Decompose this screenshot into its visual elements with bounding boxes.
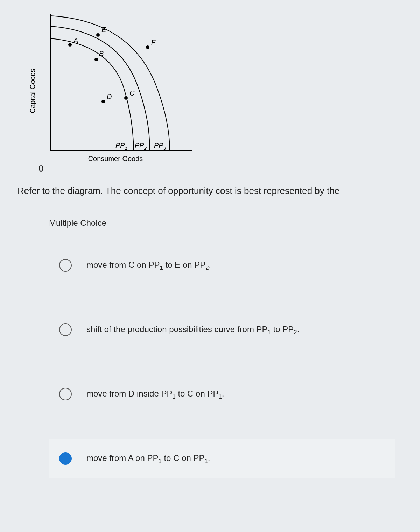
option-1[interactable]: move from C on PP1 to E on PP2. — [49, 245, 396, 285]
option-text: move from D inside PP1 to C on PP1. — [86, 388, 224, 401]
option-text: move from C on PP1 to E on PP2. — [86, 259, 211, 272]
question-text: Refer to the diagram. The concept of opp… — [18, 184, 410, 197]
label-pp2: PP2 — [135, 141, 147, 151]
svg-point-3 — [94, 58, 98, 61]
radio-icon — [59, 388, 72, 400]
option-2[interactable]: shift of the production possibilities cu… — [49, 310, 396, 350]
options-list: move from C on PP1 to E on PP2.shift of … — [49, 245, 396, 478]
label-pp3: PP3 — [154, 141, 166, 151]
x-axis-label: Consumer Goods — [88, 155, 143, 162]
svg-point-6 — [124, 96, 128, 100]
point-E: E — [102, 26, 106, 34]
svg-point-2 — [68, 43, 72, 47]
y-axis-label: Capital Goods — [29, 69, 36, 113]
option-text: move from A on PP1 to C on PP1. — [86, 453, 210, 465]
option-4[interactable]: move from A on PP1 to C on PP1. — [49, 439, 396, 478]
option-3[interactable]: move from D inside PP1 to C on PP1. — [49, 374, 396, 414]
point-F: F — [151, 38, 156, 46]
svg-point-7 — [102, 100, 105, 103]
ppf-svg: Capital Goods A B E F C — [24, 10, 206, 164]
radio-icon — [59, 452, 72, 465]
radio-icon — [59, 323, 72, 336]
point-B: B — [99, 50, 104, 57]
question-page: Capital Goods A B E F C — [0, 0, 420, 524]
radio-icon — [59, 259, 72, 272]
origin-label: 0 — [38, 163, 410, 174]
svg-point-4 — [96, 33, 100, 37]
point-C: C — [130, 89, 135, 97]
point-D: D — [107, 93, 112, 100]
ppf-diagram: Capital Goods A B E F C — [24, 10, 410, 174]
multiple-choice-heading: Multiple Choice — [49, 218, 410, 228]
label-pp1: PP1 — [115, 141, 127, 151]
svg-point-5 — [146, 46, 149, 49]
option-text: shift of the production possibilities cu… — [86, 324, 299, 336]
point-A: A — [73, 36, 78, 44]
